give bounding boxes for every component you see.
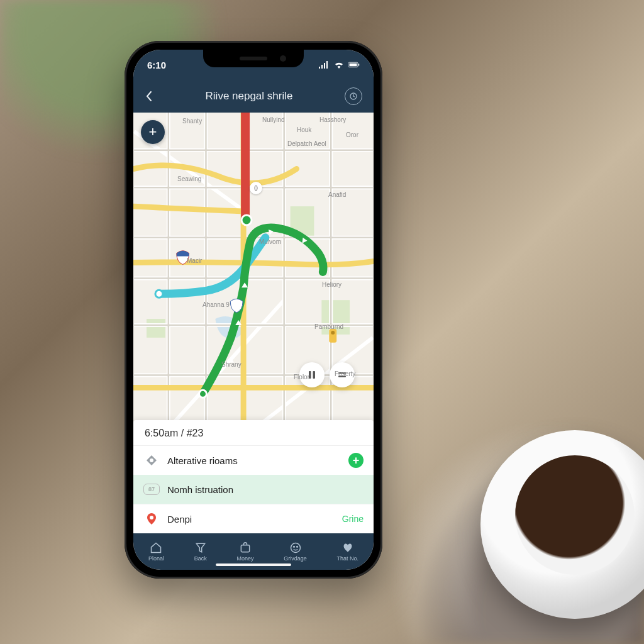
nav-money[interactable]: Money [236, 541, 253, 562]
status-time: 6:10 [147, 60, 166, 70]
svg-point-12 [331, 331, 335, 335]
nav-grivdage[interactable]: Grivdage [284, 541, 307, 562]
svg-point-17 [150, 458, 153, 462]
svg-rect-7 [147, 319, 165, 338]
svg-point-18 [150, 516, 153, 519]
clock-icon [345, 87, 362, 105]
place-label: Hasshory [319, 116, 346, 123]
wifi-icon [333, 61, 345, 69]
row-label: Nomh istruation [167, 484, 364, 495]
svg-point-8 [242, 215, 252, 225]
cellular-icon [318, 61, 330, 69]
row-trail: Grine [342, 514, 364, 524]
place-label: Anafid [328, 191, 346, 198]
chevron-left-icon [145, 91, 153, 102]
phone-frame: 6:10 Riive nepgal shrile [125, 41, 382, 579]
place-label: Fiolor [294, 374, 309, 380]
place-label: Pamburnd [314, 323, 343, 330]
home-icon [150, 541, 162, 554]
nav-label: Grivdage [284, 555, 307, 562]
place-label: Mulvom [259, 238, 281, 245]
svg-rect-14 [313, 371, 316, 379]
nav-label: Plonal [148, 555, 164, 562]
place-label: Oror [346, 131, 358, 138]
nav-thatno[interactable]: That No. [337, 541, 359, 562]
nav-label: Back [194, 555, 207, 562]
row-nomh[interactable]: 87 Nomh istruation [133, 475, 374, 504]
place-label: Nullyind [262, 116, 285, 123]
place-label: Shanty [182, 118, 202, 125]
status-icons [318, 61, 360, 69]
svg-point-10 [199, 390, 207, 397]
battery-icon [348, 61, 360, 69]
map-canvas[interactable]: + 0 Shanty Nullyind Hasshory Houk Delpat… [133, 113, 374, 425]
info-button[interactable] [345, 87, 362, 105]
row-label: Alterative rioams [167, 455, 341, 466]
phone-screen: 6:10 Riive nepgal shrile [133, 50, 374, 570]
place-label: Seawing [177, 175, 201, 182]
badge-icon: 87 [143, 481, 160, 497]
svg-rect-19 [241, 545, 249, 552]
place-label: Fuserty [335, 370, 355, 377]
bottom-sheet: 6:50am / #23 Alterative rioams + 87 Nomh… [133, 420, 374, 533]
place-label: Ahanna 9 [203, 301, 230, 308]
place-label: Shrany [221, 361, 242, 368]
eta-line: 6:50am / #23 [133, 420, 374, 445]
coffee-cup [480, 430, 644, 619]
row-denpi[interactable]: Denpi Grine [133, 504, 374, 533]
back-button[interactable] [145, 91, 153, 102]
add-fab[interactable]: + [141, 120, 165, 144]
heart-icon [341, 541, 354, 554]
add-button[interactable]: + [348, 453, 364, 468]
svg-point-9 [155, 290, 163, 297]
place-label: Delpatch Aeol [287, 140, 326, 147]
route-marker[interactable]: 0 [250, 182, 262, 194]
bag-icon [239, 541, 252, 554]
home-indicator[interactable] [216, 564, 291, 566]
place-label: Houk [297, 126, 311, 133]
place-label: Macir [187, 257, 202, 264]
nav-label: Money [236, 555, 253, 562]
place-label: Heliory [322, 281, 341, 288]
svg-point-22 [296, 547, 297, 548]
phone-notch [203, 50, 304, 67]
nav-back[interactable]: Back [194, 541, 207, 562]
row-alternative[interactable]: Alterative rioams + [133, 445, 374, 475]
svg-point-21 [293, 547, 294, 548]
nav-plonal[interactable]: Plonal [148, 541, 164, 562]
app-header: Riive nepgal shrile [133, 80, 374, 113]
row-label: Denpi [167, 514, 335, 525]
page-title: Riive nepgal shrile [206, 90, 293, 103]
nav-label: That No. [337, 555, 359, 562]
svg-rect-2 [358, 64, 360, 66]
face-icon [289, 541, 302, 554]
svg-point-20 [291, 543, 300, 553]
diamond-icon [143, 452, 160, 469]
pin-icon [143, 511, 160, 527]
svg-rect-1 [350, 64, 357, 67]
filter-icon [194, 541, 207, 554]
